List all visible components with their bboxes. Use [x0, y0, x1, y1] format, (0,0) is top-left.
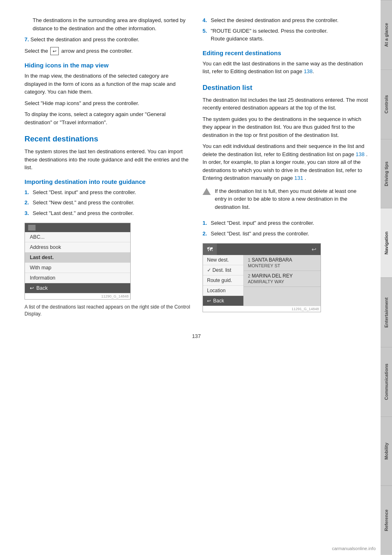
dest-back: ↩ Back — [203, 296, 243, 306]
page-number: 137 — [24, 333, 368, 339]
importing-step-3: 3. Select "Last dest." and press the con… — [24, 209, 190, 217]
hiding-icons-body3: To display the icons, select a category … — [24, 110, 190, 126]
dest-mockup-top: 🗺 ↩ — [203, 244, 321, 255]
dest-list-body2: The system guides you to the destination… — [203, 115, 368, 139]
importing-step-1: 1. Select "Dest. input" and press the co… — [24, 188, 190, 197]
dest-mockup-icon-area: 🗺 — [203, 244, 217, 255]
dest-step-2-text: Select "Dest. list" and press the contro… — [211, 230, 309, 238]
recent-destinations-body: The system stores the last ten destinati… — [24, 148, 190, 172]
dest-list-body1: The destination list includes the last 2… — [203, 96, 368, 112]
dest-list-page-ref1: 138 — [356, 151, 365, 157]
destination-list-heading: Destination list — [203, 84, 368, 92]
right-step-5-text: "ROUTE GUIDE" is selected. Press the con… — [211, 27, 328, 43]
note-box: If the destination list is full, then yo… — [203, 187, 368, 215]
dest-back-label: Back — [213, 298, 224, 304]
dest-step-1-text: Select "Dest. input" and press the contr… — [211, 219, 314, 227]
importing-step-2-text: Select "New dest." and press the control… — [33, 199, 134, 207]
dest-item-2-name: MARINA DEL REY — [252, 273, 292, 279]
menu-item-abc: ABC... — [25, 232, 130, 242]
dest-step-2: 2. Select "Dest. list" and press the con… — [203, 230, 368, 238]
importing-step-3-text: Select "Last dest." and press the contro… — [33, 209, 134, 217]
step-7-num: 7. — [24, 36, 29, 43]
dest-item-1-name: SANTA BARBARA — [252, 257, 292, 263]
dest-top-icon: 🗺 — [207, 246, 213, 253]
dest-new-dest: New dest. — [203, 255, 243, 265]
two-column-layout: The destinations in the surrounding area… — [24, 16, 368, 321]
tab-driving-tips[interactable]: Driving tips — [381, 139, 392, 208]
menu-item-with-map: With map — [25, 263, 130, 273]
hiding-icons-body2: Select "Hide map icons" and press the co… — [24, 99, 190, 107]
right-steps-top: 4. Select the desired destination and pr… — [203, 16, 368, 43]
dest-location: Location — [203, 286, 243, 296]
dest-right-item-1: 1 SANTA BARBARA MONTEREY ST — [244, 255, 321, 271]
editing-heading: Editing recent destinations — [203, 49, 368, 56]
dest-right-column: 1 SANTA BARBARA MONTEREY ST 2 MARINA DEL… — [244, 255, 321, 306]
hiding-icons-body: In the map view, the destinations of the… — [24, 72, 190, 96]
dest-mockup-back-area: ↩ — [217, 244, 321, 255]
right-step-4: 4. Select the desired destination and pr… — [203, 16, 368, 25]
dest-item-1-num: 1 — [248, 257, 250, 262]
intro-para-1: The destinations in the surrounding area… — [24, 16, 190, 32]
dest-back-arrow: ↩ — [312, 246, 316, 253]
back-icon: ↩ — [30, 285, 34, 291]
note-text: If the destination list is full, then yo… — [215, 187, 368, 211]
menu-item-information: Information — [25, 273, 130, 283]
tab-communications[interactable]: Communications — [381, 347, 392, 416]
main-content: The destinations in the surrounding area… — [0, 0, 381, 555]
tab-entertainment[interactable]: Entertainment — [381, 278, 392, 347]
exit-menu-text2: arrow and press the controller. — [61, 48, 133, 54]
dest-item-2-street: ADMIRALTY WAY — [248, 279, 284, 284]
dest-list-steps: 1. Select "Dest. input" and press the co… — [203, 219, 368, 237]
right-step-4-num: 4. — [203, 16, 208, 25]
dest-list-body3-text: You can edit individual destinations and… — [203, 143, 364, 157]
menu-icon-square — [28, 225, 36, 231]
importing-step-1-num: 1. — [24, 188, 30, 197]
note-triangle-icon — [203, 188, 211, 195]
importing-step-1-text: Select "Dest. input" and press the contr… — [33, 188, 136, 197]
editing-body-text: You can edit the last destinations in th… — [203, 60, 363, 75]
menu-mockup-screenshot: ABC... Address book Last dest. With map … — [24, 223, 131, 300]
importing-steps-list: 1. Select "Dest. input" and press the co… — [24, 188, 190, 217]
right-step-5-line2: Route guidance starts. — [211, 36, 264, 42]
dest-step-2-num: 2. — [203, 230, 208, 238]
menu-mockup-header — [25, 223, 130, 232]
dest-step-1: 1. Select "Dest. input" and press the co… — [203, 219, 368, 227]
dest-list-page-ref2: 131 — [294, 175, 303, 181]
menu-item-back: ↩ Back — [25, 283, 130, 293]
exit-menu-label: Select the ↩ arrow and press the control… — [24, 47, 190, 56]
menu-caption: A list of the destinations last reached … — [24, 304, 190, 318]
tab-at-a-glance[interactable]: At a glance — [381, 0, 392, 69]
left-column: The destinations in the surrounding area… — [24, 16, 190, 321]
importing-step-2: 2. Select "New dest." and press the cont… — [24, 199, 190, 207]
hiding-icons-heading: Hiding icons in the map view — [24, 62, 190, 69]
importing-step-3-num: 3. — [24, 209, 30, 217]
editing-body: You can edit the last destinations in th… — [203, 60, 368, 76]
step-7: 7. Select the destination and press the … — [24, 36, 190, 44]
dest-list-body3: You can edit individual destinations and… — [203, 142, 368, 182]
right-step-5-line1: "ROUTE GUIDE" is selected. Press the con… — [211, 28, 328, 34]
recent-destinations-heading: Recent destinations — [24, 134, 190, 143]
menu-watermark: 11290_G_14848 — [25, 293, 130, 299]
right-column: 4. Select the desired destination and pr… — [203, 16, 368, 321]
menu-item-address-book: Address book — [25, 242, 130, 253]
dest-left-column: New dest. ✓ Dest. list Route guid. Locat… — [203, 255, 244, 306]
tab-reference[interactable]: Reference — [381, 486, 392, 555]
dest-back-icon: ↩ — [207, 298, 211, 304]
back-label: Back — [36, 285, 48, 291]
back-arrow-icon: ↩ — [50, 47, 59, 56]
tab-mobility[interactable]: Mobility — [381, 416, 392, 486]
dest-right-item-2: 2 MARINA DEL REY ADMIRALTY WAY — [244, 271, 321, 287]
step-7-text: Select the destination and press the con… — [30, 36, 139, 43]
editing-page-ref: 138 — [304, 68, 313, 74]
dest-item-1-street: MONTEREY ST — [248, 263, 280, 268]
dest-mockup-screenshot: 🗺 ↩ New dest. ✓ Dest. list Route guid. L… — [203, 243, 321, 312]
right-step-5-num: 5. — [203, 27, 208, 43]
tab-controls[interactable]: Controls — [381, 69, 392, 139]
dest-watermark: 11291_G_14848 — [203, 306, 321, 312]
importing-heading: Importing destination into route guidanc… — [24, 178, 190, 185]
dest-list-body4-end: . — [305, 175, 306, 181]
dest-step-1-num: 1. — [203, 219, 208, 227]
tab-navigation[interactable]: Navigation — [381, 208, 392, 278]
importing-step-2-num: 2. — [24, 199, 30, 207]
menu-item-last-dest: Last dest. — [25, 253, 130, 263]
